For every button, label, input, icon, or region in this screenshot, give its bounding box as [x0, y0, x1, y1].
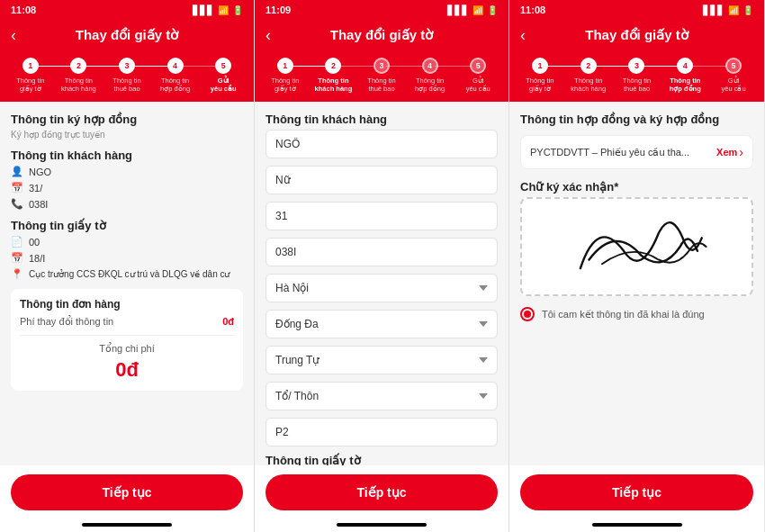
- connector-2-3: [386, 66, 423, 67]
- header-title-2: Thay đổi giấy tờ: [330, 27, 434, 43]
- bottom-bar-1: [82, 523, 172, 527]
- total-price: 0đ: [20, 358, 234, 382]
- doc-row-place: 📍 Cục trưởng CCS ĐKQL cư trú và DLQG về …: [11, 268, 243, 280]
- screen-3: 11:08 ▋▋▋ 📶 🔋 ‹ Thay đổi giấy tờ 1 Thông…: [509, 0, 764, 532]
- step-label-3-3: Thông tinthuê bao: [623, 77, 651, 93]
- doc-section-title-1: Thông tin giấy tờ: [11, 219, 243, 232]
- radio-inner: [524, 311, 531, 318]
- content-1: Thông tin ký hợp đồng Ký hợp đồng trực t…: [0, 102, 254, 465]
- province-select[interactable]: Hà Nội: [266, 274, 498, 302]
- step-2-3: 3 Thông tinthuê bao: [358, 58, 405, 93]
- step-label-2-5: Gửiyêu cầu: [466, 77, 490, 93]
- connector-2-2: [338, 66, 375, 67]
- chevron-right-icon: ›: [739, 145, 743, 159]
- header-title-1: Thay đổi giấy tờ: [76, 27, 179, 43]
- step-label-1-4: Thông tinhợp đồng: [160, 77, 190, 93]
- step-3-1: 1 Thông tingiấy tờ: [517, 58, 563, 93]
- continue-btn-1[interactable]: Tiếp tục: [11, 474, 243, 510]
- address-input[interactable]: [266, 418, 498, 446]
- back-arrow-1[interactable]: ‹: [11, 26, 16, 45]
- step-label-3-5: Gửiyêu cầu: [722, 77, 746, 93]
- step-circle-2-5: 5: [470, 58, 486, 74]
- order-box-1: Thông tin đơn hàng Phí thay đổi thông ti…: [11, 289, 243, 391]
- phone-input[interactable]: [266, 238, 498, 266]
- customer-section-title-2: Thông tin khách hàng: [266, 113, 498, 126]
- customer-name: NGO: [29, 167, 51, 177]
- bottom-bar-2: [337, 523, 427, 527]
- location-icon: 📍: [11, 268, 23, 280]
- screen-2: 11:09 ▋▋▋ 📶 🔋 ‹ Thay đổi giấy tờ 1 Thông…: [255, 0, 509, 532]
- order-item-price: 0đ: [222, 316, 234, 328]
- gender-input[interactable]: [266, 166, 498, 194]
- order-item-label: Phí thay đổi thông tin: [20, 316, 113, 328]
- name-input[interactable]: [266, 130, 498, 158]
- back-arrow-2[interactable]: ‹: [266, 26, 271, 45]
- header-3: ‹ Thay đổi giấy tờ: [509, 20, 764, 52]
- bottom-bar-3: [592, 523, 682, 527]
- step-1-2: 2 Thông tinkhách hàng: [56, 58, 103, 93]
- step-label-1-5: Gửiyêu cầu: [211, 77, 237, 93]
- back-arrow-3[interactable]: ‹: [520, 26, 526, 45]
- calendar-icon-1: 📅: [11, 182, 23, 194]
- view-contract-btn[interactable]: Xem: [716, 147, 737, 158]
- dob-input[interactable]: [266, 202, 498, 230]
- connector-1-4: [180, 66, 217, 67]
- content-3: Thông tin hợp đồng và ký hợp đồng PYCTDD…: [509, 102, 764, 465]
- doc-section-title-2: Thông tin giấy tờ: [266, 454, 498, 465]
- contract-item-text: PYCTDDVTT – Phiếu yêu cầu tha...: [530, 147, 709, 158]
- status-icons-1: ▋▋▋ 📶 🔋: [193, 5, 243, 15]
- time-3: 11:08: [520, 5, 545, 15]
- step-1-5: 5 Gửiyêu cầu: [200, 58, 247, 93]
- customer-row-phone: 📞 038I: [11, 198, 243, 210]
- calendar-icon-2: 📅: [11, 252, 23, 264]
- signature-box[interactable]: [520, 197, 753, 296]
- contract-section-title-3: Thông tin hợp đồng và ký hợp đồng: [520, 113, 753, 126]
- contract-item[interactable]: PYCTDDVTT – Phiếu yêu cầu tha... Xem ›: [520, 135, 753, 169]
- step-label-1-2: Thông tinkhách hàng: [61, 77, 96, 93]
- district-select[interactable]: Đống Đa: [266, 310, 498, 338]
- step-3-2: 2 Thông tinkhách hàng: [565, 58, 612, 93]
- connector-2-4: [435, 66, 472, 67]
- step-1-3: 3 Thông tinthuê bao: [104, 58, 150, 93]
- step-2-1: 1 Thông tingiấy tờ: [262, 58, 309, 93]
- continue-btn-3[interactable]: Tiếp tục: [520, 474, 753, 510]
- step-label-2-3: Thông tinthuê bao: [367, 77, 395, 93]
- doc-date: 18/I: [29, 253, 45, 264]
- step-circle-2-2: 2: [325, 58, 341, 74]
- status-icons-3: ▋▋▋ 📶 🔋: [703, 5, 753, 15]
- step-label-2-2: Thông tinkhách hàng: [315, 77, 353, 93]
- order-title-1: Thông tin đơn hàng: [20, 298, 234, 311]
- doc-number: 00: [29, 237, 40, 248]
- contract-section-subtitle-1: Ký hợp đồng trực tuyến: [11, 130, 243, 140]
- time-2: 11:09: [266, 5, 291, 15]
- content-2: Thông tin khách hàng Hà Nội Đống Đa Trun…: [255, 102, 508, 465]
- step-circle-2-3: 3: [374, 58, 390, 74]
- ward-select[interactable]: Trung Tự: [266, 346, 498, 374]
- step-circle-3-5: 5: [725, 58, 742, 74]
- customer-section-title-1: Thông tin khách hàng: [11, 149, 243, 162]
- radio-button[interactable]: [520, 307, 535, 321]
- step-label-3-2: Thông tinkhách hàng: [571, 77, 606, 93]
- step-2-5: 5 Gửiyêu cầu: [454, 58, 501, 93]
- header-1: ‹ Thay đổi giấy tờ: [0, 20, 254, 52]
- step-3-3: 3 Thông tinthuê bao: [614, 58, 661, 93]
- connector-1-3: [131, 66, 168, 67]
- step-1-1: 1 Thông tingiấy tờ: [7, 58, 54, 93]
- step-label-2-4: Thông tinhợp đồng: [415, 77, 445, 93]
- step-1-4: 4 Thông tinhợp đồng: [152, 58, 199, 93]
- customer-row-dob: 📅 31/: [11, 182, 243, 194]
- step-circle-1-1: 1: [22, 58, 39, 74]
- step-label-3-4: Thông tinhợp đồng: [670, 77, 701, 93]
- status-icons-2: ▋▋▋ 📶 🔋: [447, 5, 498, 15]
- step-circle-3-1: 1: [532, 58, 548, 74]
- person-icon: 👤: [11, 166, 23, 177]
- step-circle-1-4: 4: [167, 58, 184, 74]
- signature-svg: [522, 199, 752, 294]
- order-divider: [20, 335, 234, 336]
- hamlet-select[interactable]: Tổ/ Thôn: [266, 382, 498, 410]
- order-item-1: Phí thay đổi thông tin 0đ: [20, 316, 234, 328]
- continue-btn-2[interactable]: Tiếp tục: [266, 474, 498, 510]
- step-circle-3-3: 3: [628, 58, 644, 74]
- connector-3-4: [689, 66, 726, 67]
- connector-2-1: [290, 66, 327, 67]
